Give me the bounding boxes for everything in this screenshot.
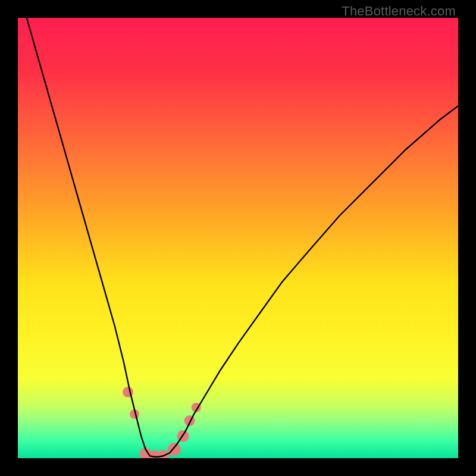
watermark-text: TheBottleneck.com [342, 4, 456, 19]
curve-layer [18, 18, 458, 458]
plot-area [18, 18, 458, 458]
chart-frame: TheBottleneck.com [0, 0, 476, 476]
data-marker [168, 443, 181, 456]
bottleneck-curve [27, 18, 458, 457]
